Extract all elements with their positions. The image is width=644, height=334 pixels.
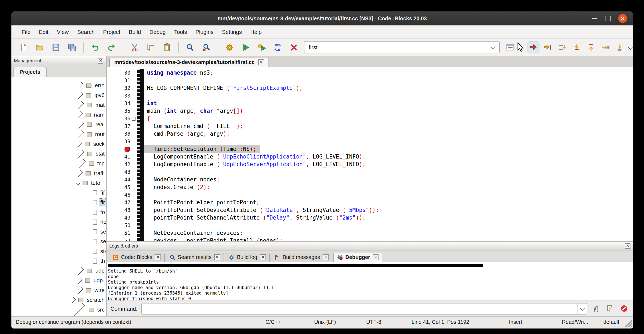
save-all-button[interactable]: [66, 42, 78, 53]
step-out-button[interactable]: [586, 42, 596, 53]
new-file-button[interactable]: [18, 42, 29, 53]
tree-item[interactable]: udp: [12, 266, 106, 275]
select-target-button[interactable]: [505, 42, 516, 53]
breakpoint-margin[interactable]: [137, 153, 144, 161]
cut-button[interactable]: [129, 42, 140, 53]
close-tab-icon[interactable]: [323, 254, 328, 260]
breakpoint-margin[interactable]: [137, 191, 144, 199]
tree-item[interactable]: tuto: [12, 178, 106, 188]
code-line[interactable]: 38 cmd.Parse (argc, argv);: [107, 130, 633, 138]
breakpoint-margin[interactable]: [137, 77, 144, 84]
next-line-button[interactable]: [557, 42, 568, 53]
log-output[interactable]: Setting SHELL to '/bin/sh'doneSetting br…: [107, 262, 633, 301]
code-line[interactable]: 35main (int argc, char *argv[]): [107, 107, 633, 115]
tree-item[interactable]: fif: [12, 188, 106, 197]
expander-right-icon[interactable]: [76, 170, 83, 177]
close-tab-icon[interactable]: [155, 254, 161, 260]
menu-item-view[interactable]: View: [53, 27, 73, 37]
code-area[interactable]: 30using namespace ns3;3132NS_LOG_COMPONE…: [107, 67, 633, 241]
menu-item-search[interactable]: Search: [73, 27, 99, 37]
menu-item-tools[interactable]: Tools: [170, 27, 191, 37]
menu-item-edit[interactable]: Edit: [35, 27, 53, 37]
breakpoint-margin[interactable]: [137, 100, 144, 107]
expander-right-icon[interactable]: [76, 150, 84, 158]
tab-projects[interactable]: Projects: [13, 67, 47, 77]
code-line[interactable]: 39: [107, 138, 633, 145]
code-line[interactable]: 31: [107, 77, 633, 84]
close-panel-icon[interactable]: [625, 243, 630, 249]
breakpoint-margin[interactable]: [137, 107, 144, 115]
tree-item[interactable]: udp-: [12, 275, 106, 285]
menu-item-project[interactable]: Project: [99, 27, 124, 37]
breakpoint-margin[interactable]: [137, 222, 144, 229]
log-tab-build-log[interactable]: Build log: [224, 253, 270, 262]
breakpoint-icon[interactable]: [124, 146, 130, 152]
breakpoint-margin[interactable]: [137, 237, 144, 241]
code-line[interactable]: 46: [107, 191, 633, 199]
expander-right-icon[interactable]: [76, 92, 83, 99]
expander-right-icon[interactable]: [76, 141, 82, 147]
code-line[interactable]: 44 NodeContainer nodes;: [107, 176, 633, 184]
debug-stop-button[interactable]: [619, 303, 629, 314]
code-line[interactable]: 42 LogComponentEnable ("UdpEchoServerApp…: [107, 161, 633, 168]
next-instruction-button[interactable]: [600, 42, 611, 53]
tree-item[interactable]: se: [12, 236, 106, 246]
project-tree[interactable]: erroipv6matnamrealroutsockstattcptraffit…: [12, 77, 106, 316]
replace-button[interactable]: [201, 42, 212, 53]
run-button[interactable]: [240, 42, 251, 53]
expander-right-icon[interactable]: [76, 267, 84, 274]
breakpoint-margin[interactable]: [137, 69, 144, 77]
tree-item[interactable]: real: [12, 120, 106, 129]
breakpoint-margin[interactable]: [137, 115, 144, 123]
expander-right-icon[interactable]: [76, 101, 84, 109]
command-input[interactable]: [142, 305, 577, 311]
step-into-instruction-button[interactable]: [614, 42, 625, 53]
expander-down-icon[interactable]: [76, 181, 80, 185]
close-tab-icon[interactable]: [372, 254, 378, 260]
copy-button[interactable]: [145, 42, 156, 53]
code-line[interactable]: 47 PointToPointHelper pointToPoint;: [107, 199, 633, 206]
toolbar-overflow-chevron-icon[interactable]: [628, 45, 633, 50]
log-tab-code-blocks[interactable]: Code::Blocks: [109, 253, 164, 262]
menu-item-file[interactable]: File: [17, 27, 35, 37]
rebuild-button[interactable]: [272, 42, 283, 53]
code-line[interactable]: 50: [107, 222, 633, 229]
tree-item[interactable]: ipv6: [12, 90, 106, 100]
fold-marker-icon[interactable]: [132, 117, 136, 121]
breakpoint-margin[interactable]: [137, 206, 144, 214]
tree-item[interactable]: he: [12, 217, 106, 227]
breakpoint-margin[interactable]: [137, 92, 144, 100]
code-line[interactable]: 52 devices = pointToPoint.Install (nodes…: [107, 237, 633, 241]
build-button[interactable]: [224, 42, 235, 53]
debug-continue-button[interactable]: [528, 42, 539, 53]
minimize-button[interactable]: [592, 18, 598, 19]
breakpoint-margin[interactable]: [137, 138, 144, 145]
close-button[interactable]: [618, 14, 627, 23]
command-dropdown[interactable]: [577, 303, 587, 314]
copy-log-button[interactable]: [605, 303, 615, 314]
menu-item-plugins[interactable]: Plugins: [191, 27, 218, 37]
expander-right-icon[interactable]: [76, 82, 84, 89]
code-line[interactable]: 36{: [107, 115, 633, 123]
log-tab-build-messages[interactable]: Build messages: [270, 253, 332, 262]
code-line[interactable]: 48 pointToPoint.SetDeviceAttribute ("Dat…: [107, 206, 633, 214]
tree-item[interactable]: fo: [12, 207, 106, 217]
code-line[interactable]: 32NS_LOG_COMPONENT_DEFINE ("FirstScriptE…: [107, 84, 633, 92]
breakpoint-margin[interactable]: [137, 84, 144, 92]
code-line[interactable]: 45 nodes.Create (2);: [107, 184, 633, 191]
close-tab-icon[interactable]: [260, 254, 266, 260]
tree-item[interactable]: sock: [12, 139, 106, 149]
log-tab-search-results[interactable]: Search results: [165, 253, 224, 262]
code-line[interactable]: 40 Time::SetResolution (Time::NS);: [107, 145, 633, 153]
code-line[interactable]: 49 pointToPoint.SetChannelAttribute ("De…: [107, 214, 633, 222]
tree-item[interactable]: six: [12, 246, 106, 256]
menu-item-debug[interactable]: Debug: [145, 27, 170, 37]
tree-item[interactable]: stat: [12, 149, 106, 159]
expander-right-icon[interactable]: [76, 120, 84, 128]
tree-item[interactable]: tcp: [12, 159, 106, 168]
code-line[interactable]: 34int: [107, 100, 633, 107]
title-bar[interactable]: mnt/dev/tools/source/ns-3-dev/examples/t…: [12, 12, 633, 26]
breakpoint-margin[interactable]: [137, 184, 144, 191]
code-line[interactable]: 41 LogComponentEnable ("UdpEchoClientApp…: [107, 153, 633, 161]
tree-item[interactable]: wire: [12, 285, 106, 295]
